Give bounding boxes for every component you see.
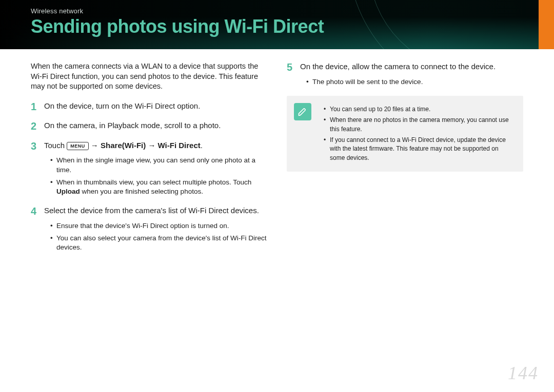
wifi-direct-label: Wi-Fi Direct [158, 141, 201, 150]
step-number: 1 [31, 100, 36, 114]
list-item: When in thumbnails view, you can select … [50, 178, 267, 196]
step-4-sublist: Ensure that the device's Wi-Fi Direct op… [44, 218, 267, 253]
list-item: Ensure that the device's Wi-Fi Direct op… [50, 221, 267, 231]
step-5: 5 On the device, allow the camera to con… [287, 61, 523, 87]
list-item: You can also select your camera from the… [50, 234, 267, 252]
column-right: 5 On the device, allow the camera to con… [287, 61, 523, 261]
page-title: Sending photos using Wi-Fi Direct [31, 16, 324, 37]
list-item: The photo will be sent to the device. [306, 77, 523, 87]
column-left: When the camera connects via a WLAN to a… [31, 61, 267, 261]
step-3: 3 Touch MENU → Share(Wi-Fi) → Wi-Fi Dire… [31, 140, 267, 196]
page-number: 144 [508, 362, 539, 384]
list-item: When there are no photos in the camera m… [324, 116, 515, 134]
breadcrumb: Wireless network [31, 7, 324, 15]
step-4: 4 Select the device from the camera's li… [31, 205, 267, 252]
step-number: 3 [31, 139, 36, 153]
list-item: If you cannot connect to a Wi-Fi Direct … [324, 136, 515, 162]
steps-list-right: 5 On the device, allow the camera to con… [287, 61, 523, 87]
page-banner: Wireless network Sending photos using Wi… [0, 0, 554, 49]
chapter-tab [539, 0, 554, 49]
step-2: 2 On the camera, in Playback mode, scrol… [31, 120, 267, 131]
step-text: Select the device from the camera's list… [44, 206, 259, 215]
note-list: You can send up to 20 files at a time. W… [318, 105, 515, 162]
arrow-icon: → [146, 141, 157, 150]
intro-text: When the camera connects via a WLAN to a… [31, 61, 267, 92]
step-number: 2 [31, 119, 36, 133]
steps-list: 1 On the device, turn on the Wi-Fi Direc… [31, 101, 267, 253]
upload-label: Upload [56, 188, 80, 195]
pen-note-icon [294, 103, 311, 120]
list-item: When in the single image view, you can s… [50, 156, 267, 174]
menu-badge: MENU [67, 142, 89, 150]
content-columns: When the camera connects via a WLAN to a… [0, 49, 554, 261]
step-text: Touch MENU → Share(Wi-Fi) → Wi-Fi Direct… [44, 141, 203, 150]
touch-label: Touch [44, 141, 65, 150]
list-item: You can send up to 20 files at a time. [324, 105, 515, 114]
step-1: 1 On the device, turn on the Wi-Fi Direc… [31, 101, 267, 112]
step-text: On the camera, in Playback mode, scroll … [44, 121, 221, 130]
note-content: You can send up to 20 files at a time. W… [318, 103, 515, 164]
share-wifi-label: Share(Wi-Fi) [101, 141, 146, 150]
step-text: On the device, turn on the Wi-Fi Direct … [44, 101, 200, 110]
step-5-sublist: The photo will be sent to the device. [300, 74, 523, 87]
note-box: You can send up to 20 files at a time. W… [287, 96, 523, 172]
arrow-icon: → [89, 141, 101, 150]
step-3-sublist: When in the single image view, you can s… [44, 153, 267, 196]
step-text: On the device, allow the camera to conne… [300, 62, 496, 71]
step-number: 4 [31, 204, 36, 218]
step-number: 5 [287, 60, 292, 74]
